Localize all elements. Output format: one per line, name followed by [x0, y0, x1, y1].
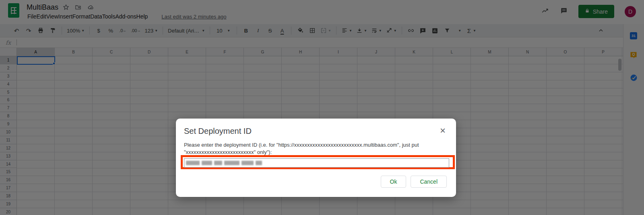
google-sheets-app: MultiBaas FileEditViewInsertFormatDataTo… [0, 0, 644, 215]
redacted-value [186, 161, 262, 165]
close-icon[interactable]: × [440, 126, 446, 135]
set-deployment-id-dialog: Set Deployment ID × Please enter the dep… [176, 119, 456, 197]
annotation-highlight-box [181, 155, 455, 169]
ok-button[interactable]: Ok [381, 176, 407, 188]
deployment-id-input[interactable] [184, 158, 449, 168]
dialog-title: Set Deployment ID [184, 127, 252, 136]
cancel-button[interactable]: Cancel [411, 176, 447, 188]
dialog-body-text: Please enter the deployment ID (i.e. for… [184, 141, 433, 156]
